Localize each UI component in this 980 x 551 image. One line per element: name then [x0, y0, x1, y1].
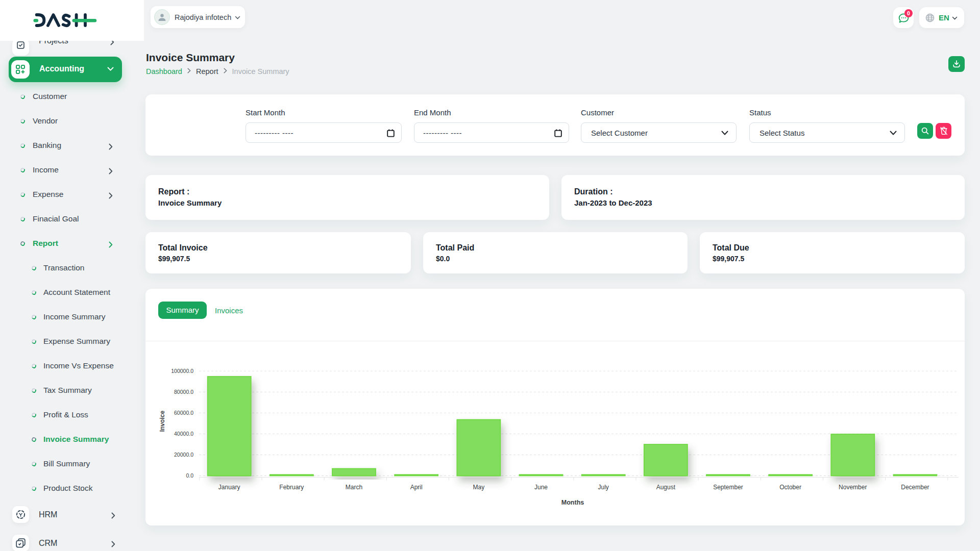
svg-text:100000.0: 100000.0	[171, 368, 193, 374]
svg-text:May: May	[473, 484, 485, 491]
svg-text:June: June	[534, 484, 548, 491]
svg-text:October: October	[779, 484, 801, 491]
svg-text:November: November	[839, 484, 867, 491]
svg-text:September: September	[713, 484, 743, 491]
svg-text:February: February	[279, 484, 304, 491]
svg-text:20000.0: 20000.0	[174, 452, 193, 458]
svg-text:0.0: 0.0	[186, 472, 193, 479]
svg-text:Months: Months	[561, 499, 584, 506]
svg-text:July: July	[598, 484, 608, 491]
svg-text:December: December	[901, 484, 929, 491]
svg-text:40000.0: 40000.0	[174, 431, 193, 437]
svg-text:60000.0: 60000.0	[174, 410, 193, 416]
svg-text:March: March	[346, 484, 362, 491]
svg-text:April: April	[410, 484, 423, 491]
svg-text:January: January	[218, 484, 240, 491]
svg-text:80000.0: 80000.0	[174, 389, 193, 395]
svg-text:Invoice: Invoice	[159, 411, 166, 432]
svg-text:August: August	[656, 484, 676, 491]
